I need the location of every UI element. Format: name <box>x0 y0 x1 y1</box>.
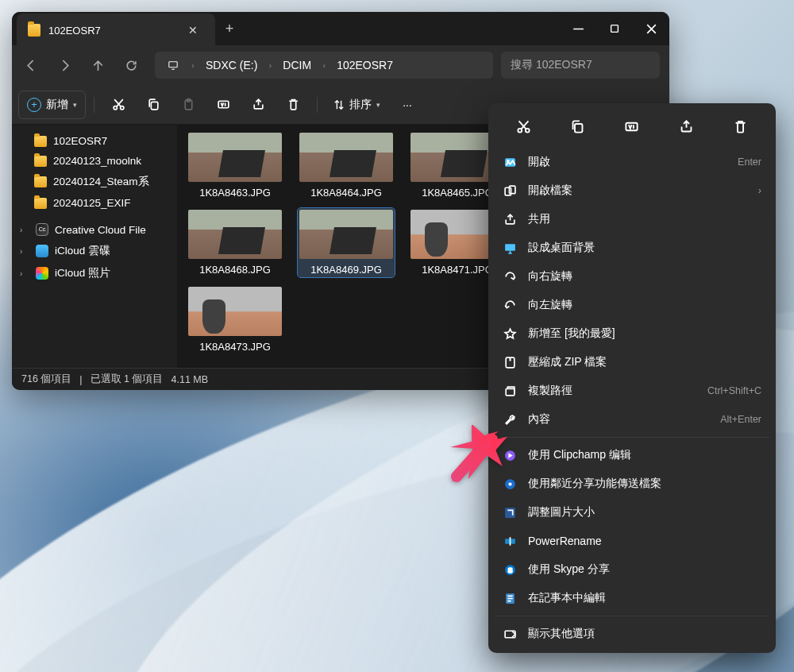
forward-button[interactable] <box>48 49 80 81</box>
notepad-icon <box>503 591 517 605</box>
svg-point-21 <box>508 482 511 485</box>
context-menu-item[interactable]: 內容Alt+Enter <box>493 405 771 434</box>
context-menu-item[interactable]: S使用 Skype 分享 <box>493 555 771 584</box>
file-item[interactable]: 1K8A8463.JPG <box>187 131 283 200</box>
chevron-right-icon[interactable]: › <box>316 61 332 70</box>
sidebar-folder[interactable]: 20240124_Steam系 <box>12 171 177 193</box>
file-item[interactable]: 1K8A8469.JPG <box>298 208 395 277</box>
sidebar-folder[interactable]: 20240125_EXIF <box>12 193 177 213</box>
breadcrumb[interactable]: › SDXC (E:) › DCIM › 102EOSR7 <box>155 52 493 79</box>
share-button[interactable] <box>242 91 274 119</box>
skype-icon: S <box>503 562 517 577</box>
sidebar-cloud-item[interactable]: ›iCloud 雲碟 <box>12 240 177 262</box>
context-menu-item[interactable]: 顯示其他選項 <box>493 620 771 648</box>
app-icon <box>36 267 48 280</box>
chevron-right-icon[interactable]: › <box>20 247 29 256</box>
chevron-right-icon[interactable]: › <box>20 269 29 278</box>
image-icon <box>503 155 517 169</box>
chevron-right-icon[interactable]: › <box>185 61 201 70</box>
breadcrumb-item[interactable]: DCIM <box>278 59 316 71</box>
delete-button[interactable] <box>277 91 309 119</box>
selection-count: 已選取 1 個項目 <box>91 373 164 386</box>
cut-button[interactable] <box>508 113 538 140</box>
menu-item-label: 使用鄰近分享功能傳送檔案 <box>528 477 761 491</box>
svg-rect-4 <box>151 102 158 110</box>
file-name: 1K8A8473.JPG <box>188 341 282 353</box>
zip-icon <box>503 355 517 369</box>
file-name: 1K8A8468.JPG <box>188 264 282 276</box>
file-item[interactable]: 1K8A8473.JPG <box>187 285 283 354</box>
context-menu: 開啟Enter開啟檔案›共用設成桌面背景向右旋轉向左旋轉新增至 [我的最愛]壓縮… <box>488 103 776 653</box>
new-tab-button[interactable]: + <box>215 21 244 37</box>
context-menu-item[interactable]: 使用鄰近分享功能傳送檔案 <box>493 469 771 498</box>
context-menu-item[interactable]: 向右旋轉 <box>493 262 771 291</box>
sidebar-folder[interactable]: 20240123_moolnk <box>12 151 177 171</box>
clipchamp-icon <box>503 448 517 462</box>
rename-button[interactable] <box>207 91 239 119</box>
breadcrumb-item[interactable]: 102EOSR7 <box>332 59 398 71</box>
sidebar-cloud-item[interactable]: ›Creative Cloud File <box>12 219 177 240</box>
svg-rect-22 <box>505 508 515 518</box>
context-menu-item[interactable]: 使用 Clipchamp 编辑 <box>493 441 771 469</box>
context-menu-item[interactable]: 新增至 [我的最愛] <box>493 319 771 348</box>
folder-icon <box>28 24 40 37</box>
file-name: 1K8A8463.JPG <box>188 187 282 199</box>
context-menu-item[interactable]: 在記事本中編輯 <box>493 584 771 612</box>
folder-label: 20240124_Steam系 <box>53 175 149 189</box>
up-button[interactable] <box>82 49 114 81</box>
breadcrumb-item[interactable]: SDXC (E:) <box>201 59 262 71</box>
copy-button[interactable] <box>563 113 593 140</box>
sidebar-folder[interactable]: 102EOSR7 <box>12 131 177 151</box>
chevron-right-icon[interactable]: › <box>262 61 278 70</box>
file-item[interactable]: 1K8A8468.JPG <box>187 208 283 277</box>
cloud-label: Creative Cloud File <box>55 224 146 236</box>
sort-label: 排序 <box>349 98 372 112</box>
svg-point-8 <box>518 128 522 132</box>
tab-close-button[interactable]: ✕ <box>182 24 204 37</box>
more-button[interactable]: ··· <box>391 91 423 119</box>
minimize-button[interactable] <box>560 12 596 45</box>
file-item[interactable]: 1K8A8464.JPG <box>298 131 395 200</box>
selection-size: 4.11 MB <box>172 374 209 385</box>
context-menu-item[interactable]: 壓縮成 ZIP 檔案 <box>493 348 771 377</box>
sidebar-cloud-item[interactable]: ›iCloud 照片 <box>12 262 177 284</box>
context-menu-item[interactable]: 開啟Enter <box>493 148 771 176</box>
copy-button[interactable] <box>137 91 169 119</box>
this-pc-icon[interactable] <box>161 60 185 71</box>
menu-item-label: 顯示其他選項 <box>528 627 761 641</box>
shortcut-hint: Alt+Enter <box>720 414 761 425</box>
item-count: 716 個項目 <box>21 373 71 386</box>
folder-icon <box>34 176 47 187</box>
context-menu-item[interactable]: 設成桌面背景 <box>493 234 771 262</box>
svg-rect-10 <box>575 123 583 132</box>
delete-button[interactable] <box>726 113 756 140</box>
menu-item-label: 向左旋轉 <box>528 298 761 312</box>
new-button[interactable]: + 新增 ▾ <box>18 91 86 119</box>
share-button[interactable] <box>671 113 701 140</box>
context-menu-item[interactable]: 開啟檔案› <box>493 176 771 205</box>
context-menu-item[interactable]: 向左旋轉 <box>493 291 771 319</box>
navbar: › SDXC (E:) › DCIM › 102EOSR7 搜尋 102EOSR… <box>12 45 669 85</box>
openwith-icon <box>503 183 517 198</box>
refresh-button[interactable] <box>115 49 147 81</box>
context-menu-item[interactable]: 共用 <box>493 205 771 234</box>
chevron-right-icon[interactable]: › <box>20 226 29 234</box>
menu-item-label: 開啟檔案 <box>528 183 747 198</box>
back-button[interactable] <box>15 49 47 81</box>
more-icon <box>503 627 517 641</box>
tab-active[interactable]: 102EOSR7 ✕ <box>17 14 215 47</box>
context-menu-item[interactable]: 複製路徑Ctrl+Shift+C <box>493 377 771 405</box>
search-input[interactable]: 搜尋 102EOSR7 <box>501 52 660 79</box>
maximize-button[interactable] <box>596 12 633 45</box>
paste-button[interactable] <box>172 91 204 119</box>
sort-button[interactable]: 排序 ▾ <box>326 91 388 119</box>
context-menu-item[interactable]: PowerRename <box>493 527 771 555</box>
rename-button[interactable] <box>617 113 647 140</box>
close-button[interactable] <box>633 12 669 45</box>
cloud-label: iCloud 雲碟 <box>55 244 110 258</box>
thumbnail <box>188 133 282 182</box>
context-menu-item[interactable]: 調整圖片大小 <box>493 498 771 527</box>
file-name: 1K8A8464.JPG <box>299 187 393 199</box>
menu-item-label: 在記事本中編輯 <box>528 591 761 605</box>
cut-button[interactable] <box>102 91 134 119</box>
